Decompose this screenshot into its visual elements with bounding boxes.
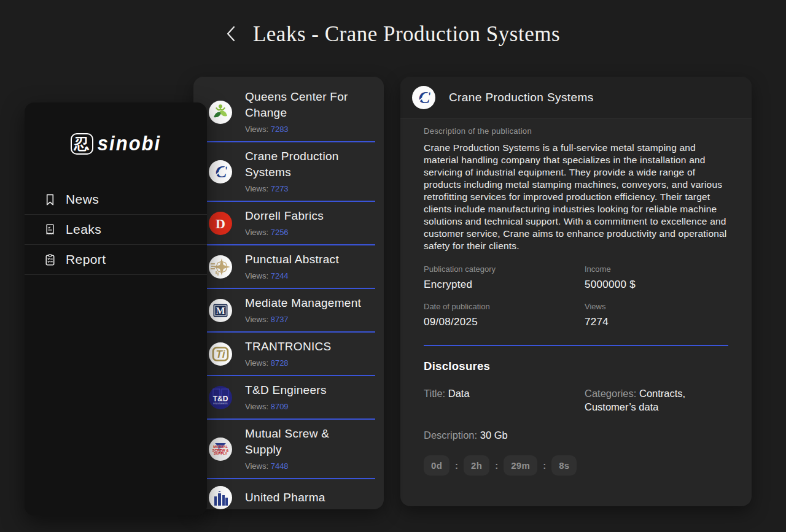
leak-list: Queens Center For ChangeViews: 7283CCran…: [193, 77, 384, 509]
sidebar-item-label: News: [66, 192, 99, 207]
leak-item-text: Mediate ManagementViews: 8737: [245, 295, 361, 325]
leak-item-text: Punctual AbstractViews: 7244: [245, 252, 339, 282]
td-engineers-logo: T&DENGINEERS: [208, 385, 233, 410]
svg-text:ENGINEERS: ENGINEERS: [213, 402, 228, 405]
brand-name: sinobi: [98, 132, 161, 156]
publication-fields: Publication category Encrypted Income 50…: [424, 264, 728, 328]
views-count: 7273: [271, 184, 289, 193]
field-publication-category: Publication category Encrypted: [424, 264, 585, 291]
sidebar-item-news[interactable]: News: [25, 185, 207, 215]
crane-logo: C: [208, 160, 233, 184]
countdown-timer: 0d : 2h : 29m : 8s: [424, 455, 728, 476]
united-pharma-logo: [208, 485, 233, 509]
timer-separator: :: [495, 460, 498, 471]
timer-days: 0d: [424, 455, 449, 476]
disclosure-row: Title: Data Categories: Contracts, Custo…: [424, 387, 728, 414]
sidebar-nav: News Leaks: [25, 185, 207, 275]
back-button[interactable]: [226, 26, 236, 44]
timer-seconds: 8s: [551, 455, 577, 476]
punctual-logo: [208, 255, 233, 279]
views: Views: 8737: [245, 314, 361, 325]
mutual-screw-logo: MUTUALSCREW &SUPPLY: [208, 437, 233, 461]
svg-text:C: C: [216, 162, 227, 181]
leak-item-text: Mutual Screw & SupplyViews: 7448: [245, 426, 369, 472]
description-label: Description of the publication: [424, 126, 728, 136]
sidebar-item-label: Report: [66, 252, 106, 267]
views-count: 7256: [271, 228, 289, 237]
clipboard-icon: [43, 253, 57, 267]
divider: [424, 345, 728, 346]
leak-item-text: Queens Center For ChangeViews: 7283: [245, 89, 369, 135]
mediate-logo: M: [208, 298, 233, 323]
sidebar-item-leaks[interactable]: Leaks: [25, 215, 207, 245]
publication-description: Crane Production Systems is a full-servi…: [424, 142, 728, 252]
detail-body: Description of the publication Crane Pro…: [400, 118, 752, 476]
brand-logo: 忍 sinobi: [25, 102, 207, 169]
leak-item-text: United Pharma: [245, 490, 325, 506]
leak-list-item[interactable]: MUTUALSCREW &SUPPLYMutual Screw & Supply…: [202, 420, 375, 479]
leak-list-item[interactable]: DDorrell FabricsViews: 7256: [202, 202, 375, 245]
timer-separator: :: [543, 460, 546, 471]
leak-list-item[interactable]: TiTRANTRONICSViews: 8728: [202, 333, 375, 376]
crane-logo: C: [411, 85, 436, 110]
svg-text:C: C: [419, 88, 430, 107]
leak-item-text: T&D EngineersViews: 8709: [245, 382, 327, 412]
timer-separator: :: [455, 460, 458, 471]
company-name: Queens Center For Change: [245, 89, 369, 121]
trantronics-logo: Ti: [208, 342, 233, 366]
leak-list-item[interactable]: CCrane Production SystemsViews: 7273: [202, 142, 375, 202]
receipt-icon: [43, 223, 57, 237]
detail-company-name: Crane Production Systems: [449, 91, 594, 104]
field-date-of-publication: Date of publication 09/08/2025: [424, 302, 585, 328]
top-bar: Leaks - Crane Production Systems: [0, 22, 786, 47]
views-count: 8709: [271, 402, 289, 411]
views: Views: 7283: [245, 124, 369, 135]
views: Views: 7256: [245, 227, 324, 238]
field-income: Income 5000000 $: [585, 264, 728, 291]
leak-list-item[interactable]: T&DENGINEERST&D EngineersViews: 8709: [202, 376, 375, 420]
leak-item-text: TRANTRONICSViews: 8728: [245, 339, 332, 369]
company-name: Punctual Abstract: [245, 252, 339, 268]
company-name: Mediate Management: [245, 295, 361, 311]
company-name: Mutual Screw & Supply: [245, 426, 369, 458]
page-title: Leaks - Crane Production Systems: [253, 22, 560, 47]
leak-list-item[interactable]: Queens Center For ChangeViews: 7283: [202, 83, 375, 142]
timer-minutes: 29m: [504, 455, 537, 476]
company-name: TRANTRONICS: [245, 339, 332, 355]
dorrell-logo: D: [208, 211, 233, 236]
disclosure-title: Title: Data: [424, 387, 585, 414]
chevron-left-icon: [226, 26, 236, 44]
views: Views: 8728: [245, 358, 332, 369]
views: Views: 7244: [245, 271, 339, 282]
page: Leaks - Crane Production Systems 忍 sinob…: [0, 0, 786, 532]
queens-center-logo: [208, 100, 233, 125]
leak-item-text: Crane Production SystemsViews: 7273: [245, 148, 369, 195]
views-count: 8728: [271, 358, 289, 368]
leak-item-text: Dorrell FabricsViews: 7256: [245, 208, 324, 238]
svg-text:M: M: [216, 305, 225, 315]
detail-header: C Crane Production Systems: [400, 77, 752, 118]
leak-list-item[interactable]: MMediate ManagementViews: 8737: [202, 289, 375, 333]
company-name: Crane Production Systems: [245, 148, 369, 180]
svg-text:D: D: [216, 216, 225, 231]
views-count: 8737: [271, 315, 289, 324]
detail-panel: C Crane Production Systems Description o…: [400, 77, 752, 506]
timer-hours: 2h: [464, 455, 489, 476]
company-name: Dorrell Fabrics: [245, 208, 324, 224]
field-views: Views 7274: [585, 302, 728, 328]
disclosures-heading: Disclosures: [424, 360, 728, 373]
leak-list-item[interactable]: United Pharma: [202, 479, 375, 509]
sidebar-item-label: Leaks: [66, 222, 101, 237]
sidebar-item-report[interactable]: Report: [25, 245, 207, 275]
views: Views: 7448: [245, 461, 369, 472]
bookmark-icon: [43, 193, 57, 207]
sidebar: 忍 sinobi News L: [25, 102, 207, 515]
company-name: United Pharma: [245, 490, 325, 506]
views-count: 7448: [271, 461, 289, 471]
views-count: 7283: [271, 125, 289, 134]
views: Views: 7273: [245, 183, 369, 195]
company-name: T&D Engineers: [245, 382, 327, 398]
views: Views: 8709: [245, 401, 327, 412]
leak-list-item[interactable]: Punctual AbstractViews: 7244: [202, 245, 375, 289]
ninja-kanji-icon: 忍: [71, 133, 93, 155]
